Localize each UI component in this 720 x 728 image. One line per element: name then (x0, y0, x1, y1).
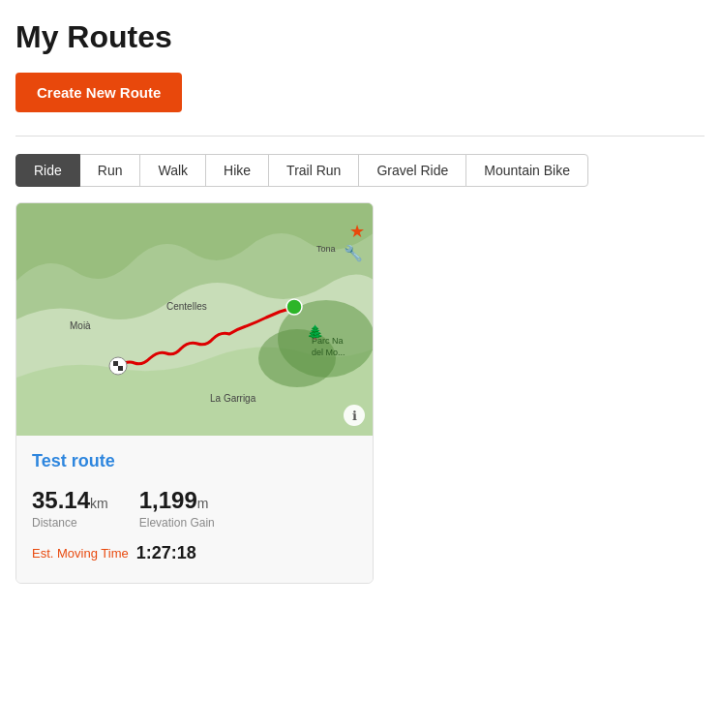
star-icon[interactable]: ★ (349, 221, 365, 242)
tab-run[interactable]: Run (79, 154, 141, 187)
svg-text:🌲: 🌲 (307, 324, 324, 341)
tab-mountain-bike[interactable]: Mountain Bike (465, 154, 588, 187)
distance-label: Distance (32, 516, 108, 530)
route-info-panel: Test route 35.14km Distance 1,199m Eleva… (16, 436, 373, 583)
svg-text:del Mo...: del Mo... (312, 348, 345, 357)
wrench-icon[interactable]: 🔧 (344, 244, 363, 262)
page-title: My Routes (15, 19, 705, 55)
route-card: Moià Centelles La Garriga Tona Parc Na d… (15, 202, 374, 584)
activity-tabs: RideRunWalkHikeTrail RunGravel RideMount… (15, 154, 705, 187)
tab-hike[interactable]: Hike (205, 154, 269, 187)
elevation-label: Elevation Gain (139, 516, 215, 530)
route-map[interactable]: Moià Centelles La Garriga Tona Parc Na d… (16, 203, 374, 436)
distance-value: 35.14km (32, 487, 108, 514)
elevation-stat: 1,199m Elevation Gain (139, 487, 215, 530)
distance-stat: 35.14km Distance (32, 487, 108, 530)
moving-time-label: Est. Moving Time (32, 546, 129, 561)
tab-gravel-ride[interactable]: Gravel Ride (358, 154, 466, 187)
elevation-value: 1,199m (139, 487, 215, 514)
tab-trail-run[interactable]: Trail Run (268, 154, 359, 187)
section-divider (15, 136, 705, 136)
svg-rect-14 (118, 366, 123, 371)
stats-row: 35.14km Distance 1,199m Elevation Gain (32, 487, 357, 530)
map-info-button[interactable]: ℹ (344, 405, 365, 426)
svg-rect-11 (113, 361, 118, 366)
tab-ride[interactable]: Ride (15, 154, 80, 187)
route-name[interactable]: Test route (32, 451, 357, 471)
moving-time-value: 1:27:18 (136, 543, 196, 563)
svg-text:Moià: Moià (70, 320, 91, 331)
svg-rect-12 (118, 361, 123, 366)
svg-rect-13 (113, 366, 118, 371)
svg-text:Centelles: Centelles (166, 301, 207, 312)
svg-text:Tona: Tona (316, 244, 336, 254)
svg-point-15 (286, 299, 302, 315)
tab-walk[interactable]: Walk (139, 154, 206, 187)
create-new-route-button[interactable]: Create New Route (15, 73, 182, 112)
svg-text:La Garriga: La Garriga (210, 393, 256, 404)
moving-time-row: Est. Moving Time 1:27:18 (32, 543, 357, 563)
